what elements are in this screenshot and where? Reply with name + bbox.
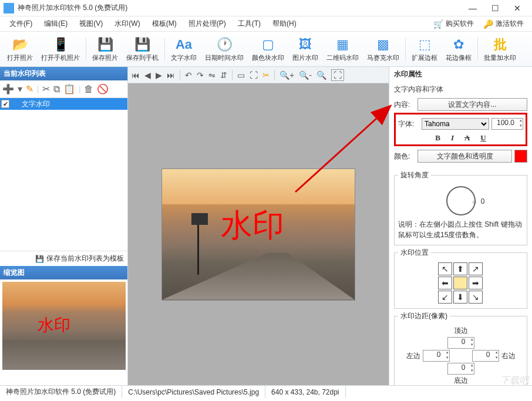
watermark-text[interactable]: 水印: [221, 204, 284, 247]
tool-extend-border[interactable]: ⬚扩展边框: [408, 35, 441, 63]
flip-v-icon[interactable]: ⇵: [220, 70, 227, 80]
text-color-button[interactable]: 文字颜色和透明度: [417, 150, 512, 163]
font-size-input[interactable]: 100.0: [491, 118, 523, 130]
nav-prev-icon[interactable]: ◀: [144, 70, 151, 80]
zoom-out-icon[interactable]: 🔍-: [299, 70, 312, 80]
checkbox-icon[interactable]: ✔: [1, 100, 9, 108]
buy-link[interactable]: 🛒购买软件: [429, 19, 479, 29]
crop-icon[interactable]: ✂: [262, 70, 270, 80]
delete-icon[interactable]: 🗑: [84, 84, 93, 95]
close-button[interactable]: ✕: [506, 0, 528, 16]
key-icon: 🔑: [483, 19, 493, 29]
font-select[interactable]: Tahoma: [422, 118, 489, 130]
menu-template[interactable]: 模板(M): [146, 19, 183, 29]
focus-icon[interactable]: ⛶: [250, 70, 258, 80]
save-icon: 💾: [35, 255, 44, 263]
copy-icon[interactable]: ⧉: [53, 84, 60, 95]
tool-color-watermark[interactable]: ▢颜色块水印: [248, 35, 288, 63]
statusbar: 神奇照片加水印软件 5.0 (免费试用) C:\Users\pc\Picture…: [0, 385, 532, 398]
add-icon[interactable]: ➕: [2, 83, 14, 95]
site-watermark: 下载吧: [500, 375, 528, 387]
tool-mosaic-watermark[interactable]: ▩马赛克水印: [363, 35, 403, 63]
margin-bottom-label: 底边: [454, 376, 468, 385]
bold-button[interactable]: B: [435, 133, 440, 143]
canvas[interactable]: 水印: [128, 83, 389, 385]
pos-e[interactable]: ➡: [469, 277, 483, 289]
margin-left-label: 左边: [406, 351, 420, 361]
cut-icon[interactable]: ✂: [42, 83, 50, 95]
activate-link[interactable]: 🔑激活软件: [479, 19, 528, 29]
titlebar: 神奇照片加水印软件 5.0 (免费试用) — ☐ ✕: [0, 0, 532, 16]
tool-open-photo[interactable]: 📂打开照片: [4, 35, 36, 63]
paste-icon[interactable]: 📋: [63, 83, 75, 95]
position-fieldset: 水印位置 ↖ ⬆ ↗ ⬅ ➡ ↙ ⬇ ↘: [394, 248, 527, 309]
menu-help[interactable]: 帮助(H): [267, 19, 302, 29]
underline-button[interactable]: U: [480, 133, 486, 143]
margin-left-input[interactable]: 0: [423, 350, 450, 362]
pos-n[interactable]: ⬆: [453, 262, 467, 275]
position-grid: ↖ ⬆ ↗ ⬅ ➡ ↙ ⬇ ↘: [438, 262, 484, 304]
tool-image-watermark[interactable]: 🖼图片水印: [289, 35, 322, 63]
font-settings-highlight: 字体: Tahoma 100.0 B I A U: [394, 113, 527, 146]
text-watermark-icon: Aa: [11, 100, 20, 108]
tool-batch[interactable]: 批批量加水印: [480, 35, 520, 63]
nav-last-icon[interactable]: ⏭: [167, 70, 175, 80]
pos-center[interactable]: [453, 277, 467, 289]
menu-view[interactable]: 视图(V): [73, 19, 109, 29]
window-title: 神奇照片加水印软件 5.0 (免费试用): [18, 3, 462, 13]
menu-edit[interactable]: 编辑(E): [38, 19, 73, 29]
rotate-left-icon[interactable]: ↶: [185, 70, 192, 80]
margin-right-input[interactable]: 0: [472, 350, 499, 362]
tool-qr-watermark[interactable]: ▦二维码水印: [323, 35, 362, 63]
clear-icon[interactable]: 🚫: [97, 83, 109, 95]
zoom-100-icon[interactable]: 🔍: [316, 70, 326, 80]
tool-save-phone[interactable]: 💾保存到手机: [123, 35, 162, 63]
pos-sw[interactable]: ↙: [438, 291, 452, 304]
preview-image[interactable]: 水印: [161, 169, 355, 301]
main-toolbar: 📂打开照片 📱打开手机照片 💾保存照片 💾保存到手机 Aa文字水印 🕐日期时间水…: [0, 32, 532, 67]
list-item[interactable]: ✔ Aa 文字水印: [0, 98, 127, 110]
pos-se[interactable]: ↘: [469, 291, 483, 304]
zoom-in-icon[interactable]: 🔍+: [280, 70, 294, 80]
thumbnail-image[interactable]: 水印: [2, 282, 126, 370]
menu-file[interactable]: 文件(F): [4, 19, 38, 29]
fit-icon[interactable]: ⛶: [331, 69, 344, 81]
font-label: 字体:: [398, 119, 419, 129]
tool-fancy-frame[interactable]: ✿花边像框: [442, 35, 475, 63]
menu-tools[interactable]: 工具(T): [232, 19, 267, 29]
flip-h-icon[interactable]: ⇋: [208, 70, 216, 80]
watermark-list-header: 当前水印列表: [0, 67, 127, 80]
tool-save-photo[interactable]: 💾保存照片: [89, 35, 122, 63]
italic-button[interactable]: I: [451, 133, 454, 143]
menu-photo[interactable]: 照片处理(P): [183, 19, 232, 29]
app-icon: [4, 3, 14, 14]
margin-bottom-input[interactable]: 0: [447, 363, 474, 375]
list-item-label: 文字水印: [22, 99, 50, 109]
pos-nw[interactable]: ↖: [438, 262, 452, 275]
maximize-button[interactable]: ☐: [484, 0, 506, 16]
nav-first-icon[interactable]: ⏮: [132, 70, 140, 80]
pos-w[interactable]: ⬅: [438, 277, 452, 289]
edit-icon[interactable]: ✎: [26, 83, 33, 95]
pos-s[interactable]: ⬇: [453, 291, 467, 304]
minimize-button[interactable]: —: [462, 0, 484, 16]
dropdown-icon[interactable]: ▾: [18, 83, 22, 95]
set-text-content-button[interactable]: 设置文字内容...: [417, 98, 527, 111]
nav-next-icon[interactable]: ▶: [156, 70, 162, 80]
save-template-button[interactable]: 💾 保存当前水印列表为模板: [0, 251, 127, 266]
margin-top-input[interactable]: 0: [447, 337, 474, 349]
rect-icon[interactable]: ▭: [237, 70, 245, 80]
status-info: 640 x 433, 24b, 72dpi: [265, 386, 345, 398]
rotate-right-icon[interactable]: ↷: [197, 70, 204, 80]
strikethrough-button[interactable]: A: [464, 133, 470, 143]
rotation-dial[interactable]: 0: [446, 186, 476, 215]
menu-watermark[interactable]: 水印(W): [109, 19, 146, 29]
rotation-help-text: 说明：在左侧小圆点上按住 Shift 键拖动鼠标可以生成15度倍数角。: [398, 218, 523, 241]
margin-top-label: 顶边: [454, 326, 468, 336]
pos-ne[interactable]: ↗: [469, 262, 483, 275]
color-swatch[interactable]: [514, 150, 527, 163]
tool-text-watermark[interactable]: Aa文字水印: [167, 35, 200, 63]
thumbnail-watermark-text: 水印: [38, 314, 70, 336]
tool-open-phone[interactable]: 📱打开手机照片: [38, 35, 83, 63]
tool-datetime-watermark[interactable]: 🕐日期时间水印: [201, 35, 247, 63]
